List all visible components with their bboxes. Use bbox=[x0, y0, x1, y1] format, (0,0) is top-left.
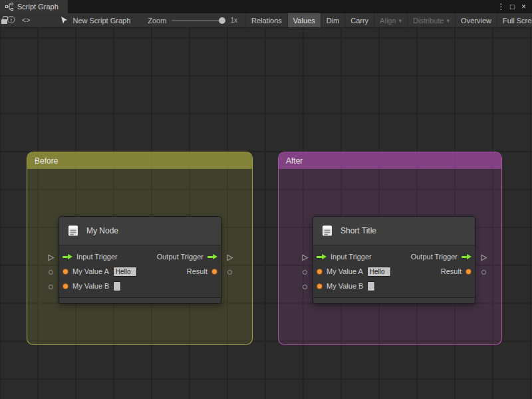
external-output-trigger-port[interactable] bbox=[225, 253, 233, 261]
relations-button[interactable]: Relations bbox=[245, 13, 287, 27]
zoom-slider[interactable] bbox=[172, 20, 225, 21]
values-button[interactable]: Values bbox=[287, 13, 321, 27]
group-after-header[interactable]: After bbox=[279, 152, 501, 169]
overview-button[interactable]: Overview bbox=[455, 13, 497, 27]
close-icon[interactable]: × bbox=[518, 0, 529, 13]
fullscreen-label: Full Screen bbox=[503, 17, 532, 25]
align-label: Align bbox=[380, 17, 396, 25]
result-port-icon[interactable] bbox=[211, 269, 217, 275]
pointer-icon bbox=[60, 16, 68, 25]
value-b-input[interactable] bbox=[113, 281, 121, 291]
fullscreen-button[interactable]: Full Screen bbox=[497, 13, 532, 27]
tab-bar: Script Graph ⋮ □ × bbox=[0, 0, 532, 13]
value-b-input[interactable] bbox=[367, 281, 375, 291]
result-label: Result bbox=[441, 267, 462, 275]
node-header[interactable]: My Node bbox=[59, 217, 221, 245]
node-header[interactable]: Short Title bbox=[313, 217, 475, 245]
external-input-trigger-port[interactable] bbox=[47, 253, 55, 261]
tab-script-graph[interactable]: Script Graph bbox=[0, 0, 68, 13]
output-trigger-port-icon[interactable] bbox=[462, 253, 471, 261]
carry-label: Carry bbox=[350, 17, 368, 25]
menu-icon[interactable]: ⋮ bbox=[495, 0, 507, 13]
new-script-graph-button[interactable]: New Script Graph bbox=[57, 13, 133, 27]
input-trigger-label: Input Trigger bbox=[76, 253, 118, 261]
align-dropdown[interactable]: Align ▾ bbox=[374, 13, 407, 27]
value-a-input[interactable] bbox=[367, 267, 391, 277]
input-trigger-label: Input Trigger bbox=[331, 253, 372, 261]
external-result-port[interactable] bbox=[479, 268, 487, 276]
circle-port-icon bbox=[303, 270, 307, 275]
values-label: Values bbox=[293, 17, 315, 25]
port-row-value-a: My Value A Result bbox=[313, 264, 475, 279]
circle-port-icon bbox=[49, 285, 53, 289]
external-value-b-port[interactable] bbox=[47, 283, 55, 291]
overview-label: Overview bbox=[461, 17, 491, 25]
node-short-title[interactable]: Short Title Input Trigger Output Trigger bbox=[313, 216, 475, 304]
value-b-label: My Value B bbox=[72, 282, 109, 290]
port-row-value-a: My Value A Result bbox=[59, 264, 221, 279]
input-trigger-port-icon[interactable] bbox=[317, 253, 327, 261]
value-a-port-icon[interactable] bbox=[63, 269, 68, 275]
chevron-down-icon: ▾ bbox=[399, 17, 402, 24]
dim-button[interactable]: Dim bbox=[321, 13, 345, 27]
node-title: My Node bbox=[86, 226, 118, 235]
graph-toolbar: ⓘ < > New Script Graph Zoom 1x Relations… bbox=[0, 13, 532, 28]
code-view-button[interactable]: < > bbox=[22, 13, 29, 27]
value-b-port-icon[interactable] bbox=[317, 283, 323, 289]
output-trigger-port-icon[interactable] bbox=[207, 253, 217, 261]
triangle-port-icon bbox=[480, 254, 487, 261]
distribute-dropdown[interactable]: Distribute ▾ bbox=[407, 13, 455, 27]
result-port-icon[interactable] bbox=[466, 269, 471, 275]
external-value-a-port[interactable] bbox=[47, 268, 55, 276]
output-trigger-label: Output Trigger bbox=[411, 253, 458, 261]
group-before-label: Before bbox=[35, 156, 58, 166]
port-row-trigger: Input Trigger Output Trigger bbox=[59, 249, 221, 264]
zoom-control: Zoom 1x bbox=[148, 17, 237, 25]
triangle-port-icon bbox=[226, 254, 233, 261]
node-my-node[interactable]: My Node Input Trigger Output Trigger bbox=[59, 216, 221, 304]
tab-label: Script Graph bbox=[17, 3, 59, 11]
external-input-trigger-port[interactable] bbox=[301, 253, 309, 261]
result-label: Result bbox=[187, 267, 207, 275]
triangle-port-icon bbox=[301, 254, 309, 261]
port-row-value-b: My Value B bbox=[59, 279, 221, 293]
value-b-port-icon[interactable] bbox=[63, 283, 68, 289]
lock-button[interactable] bbox=[1, 13, 7, 27]
inspect-button[interactable]: ⓘ bbox=[7, 13, 15, 27]
external-value-b-port[interactable] bbox=[301, 283, 309, 291]
info-icon: ⓘ bbox=[7, 15, 15, 26]
circle-port-icon bbox=[303, 285, 307, 289]
value-a-label: My Value A bbox=[327, 267, 363, 275]
dim-label: Dim bbox=[327, 17, 340, 25]
node-ports: Input Trigger Output Trigger My Value A … bbox=[59, 245, 221, 297]
value-a-input[interactable] bbox=[113, 267, 137, 277]
port-row-value-b: My Value B bbox=[313, 279, 475, 293]
external-value-a-port[interactable] bbox=[301, 268, 309, 276]
group-after-label: After bbox=[286, 156, 303, 166]
input-trigger-port-icon[interactable] bbox=[63, 253, 72, 261]
external-result-port[interactable] bbox=[225, 268, 233, 276]
output-trigger-label: Output Trigger bbox=[157, 253, 203, 261]
script-graph-window: Script Graph ⋮ □ × ⓘ < > New Script Grap… bbox=[0, 0, 532, 399]
code-icon: < > bbox=[22, 17, 29, 24]
window-controls: ⋮ □ × bbox=[495, 0, 532, 13]
external-output-trigger-port[interactable] bbox=[479, 253, 487, 261]
maximize-icon[interactable]: □ bbox=[507, 0, 518, 13]
value-b-label: My Value B bbox=[327, 282, 363, 290]
graph-icon bbox=[5, 3, 13, 11]
new-script-graph-label: New Script Graph bbox=[72, 17, 130, 25]
value-a-port-icon[interactable] bbox=[317, 269, 323, 275]
carry-button[interactable]: Carry bbox=[344, 13, 374, 27]
circle-port-icon bbox=[227, 270, 232, 275]
zoom-slider-knob[interactable] bbox=[219, 17, 225, 24]
toolbar-buttons: Relations Values Dim Carry Align ▾ Distr… bbox=[245, 13, 532, 27]
value-a-label: My Value A bbox=[72, 267, 109, 275]
triangle-port-icon bbox=[47, 254, 55, 261]
group-before-header[interactable]: Before bbox=[27, 152, 252, 169]
lock-icon bbox=[1, 19, 7, 24]
unit-icon bbox=[321, 224, 334, 237]
node-ports: Input Trigger Output Trigger My Value A … bbox=[313, 245, 475, 297]
node-title: Short Title bbox=[340, 226, 376, 235]
zoom-value: 1x bbox=[230, 17, 237, 24]
graph-canvas[interactable]: Before After My Node bbox=[0, 28, 532, 399]
